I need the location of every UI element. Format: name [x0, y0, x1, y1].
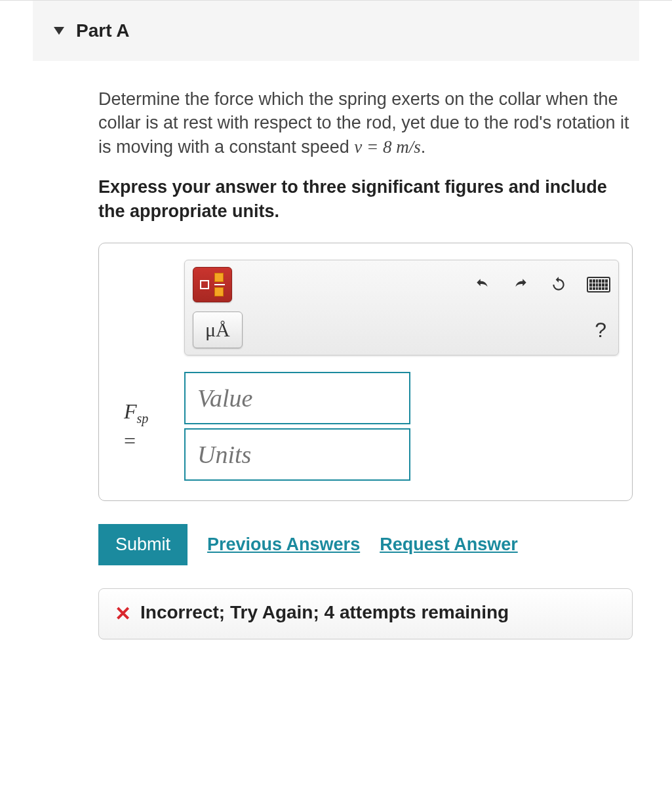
- answer-box: μÅ ? Fsp =: [98, 243, 633, 501]
- part-title: Part A: [76, 20, 129, 41]
- incorrect-icon: ✕: [115, 602, 131, 626]
- feedback-message: Incorrect; Try Again; 4 attempts remaini…: [140, 602, 509, 623]
- variable-subscript: sp: [137, 412, 149, 426]
- redo-icon[interactable]: [511, 276, 530, 293]
- equation: v = 8 m/s: [354, 137, 420, 157]
- question-period: .: [421, 137, 426, 157]
- submit-button[interactable]: Submit: [98, 524, 188, 565]
- fraction-template-button[interactable]: [193, 267, 232, 302]
- chevron-down-icon: [54, 27, 64, 35]
- part-header[interactable]: Part A: [33, 1, 639, 61]
- request-answer-link[interactable]: Request Answer: [380, 535, 518, 555]
- fraction-icon: [200, 273, 225, 296]
- help-button[interactable]: ?: [591, 318, 610, 342]
- instruction-text: Express your answer to three significant…: [98, 175, 633, 223]
- value-input[interactable]: [184, 372, 410, 424]
- keyboard-icon[interactable]: [587, 277, 610, 293]
- previous-answers-link[interactable]: Previous Answers: [207, 535, 360, 555]
- variable-letter: F: [124, 399, 137, 423]
- actions-row: Submit Previous Answers Request Answer: [98, 524, 633, 565]
- toolbar: μÅ ?: [184, 260, 619, 355]
- question-text: Determine the force which the spring exe…: [98, 87, 633, 159]
- units-symbol-button[interactable]: μÅ: [193, 312, 243, 348]
- undo-icon[interactable]: [473, 276, 492, 293]
- feedback-box: ✕ Incorrect; Try Again; 4 attempts remai…: [98, 588, 633, 639]
- equals-sign: =: [124, 429, 136, 453]
- units-input[interactable]: [184, 428, 410, 481]
- reset-icon[interactable]: [549, 276, 568, 293]
- variable-label: Fsp =: [112, 398, 184, 454]
- mu-angstrom-label: μÅ: [200, 317, 235, 342]
